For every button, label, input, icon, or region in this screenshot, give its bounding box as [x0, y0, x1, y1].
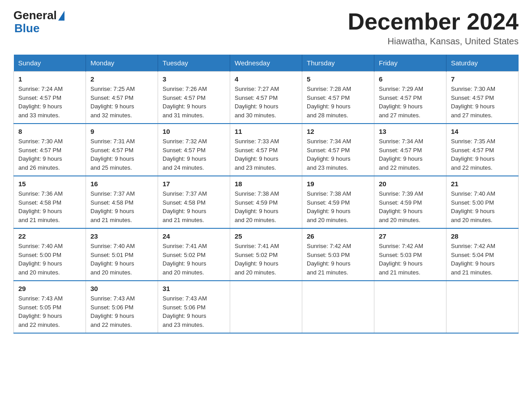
day-info: Sunrise: 7:40 AM Sunset: 5:00 PM Dayligh… [451, 189, 514, 224]
day-number: 8 [18, 128, 81, 135]
calendar-body: 1 Sunrise: 7:24 AM Sunset: 4:57 PM Dayli… [14, 72, 519, 334]
header-thursday: Thursday [302, 55, 374, 72]
day-info: Sunrise: 7:35 AM Sunset: 4:57 PM Dayligh… [451, 137, 514, 172]
header-wednesday: Wednesday [230, 55, 302, 72]
day-number: 13 [379, 128, 442, 135]
day-info: Sunrise: 7:24 AM Sunset: 4:57 PM Dayligh… [18, 85, 81, 120]
day-info: Sunrise: 7:37 AM Sunset: 4:58 PM Dayligh… [163, 189, 225, 224]
calendar-cell: 24 Sunrise: 7:41 AM Sunset: 5:02 PM Dayl… [158, 228, 230, 281]
day-number: 7 [451, 75, 514, 83]
calendar-week-row: 15 Sunrise: 7:36 AM Sunset: 4:58 PM Dayl… [14, 176, 519, 228]
day-number: 27 [379, 232, 442, 240]
calendar-cell: 6 Sunrise: 7:29 AM Sunset: 4:57 PM Dayli… [374, 72, 446, 124]
header-friday: Friday [374, 55, 446, 72]
calendar-cell: 13 Sunrise: 7:34 AM Sunset: 4:57 PM Dayl… [374, 124, 446, 176]
calendar-cell: 17 Sunrise: 7:37 AM Sunset: 4:58 PM Dayl… [158, 176, 230, 228]
calendar-cell: 22 Sunrise: 7:40 AM Sunset: 5:00 PM Dayl… [14, 228, 86, 281]
calendar-cell: 2 Sunrise: 7:25 AM Sunset: 4:57 PM Dayli… [86, 72, 158, 124]
day-info: Sunrise: 7:25 AM Sunset: 4:57 PM Dayligh… [90, 85, 153, 120]
day-number: 4 [235, 75, 297, 83]
calendar-week-row: 29 Sunrise: 7:43 AM Sunset: 5:05 PM Dayl… [14, 281, 519, 333]
day-info: Sunrise: 7:41 AM Sunset: 5:02 PM Dayligh… [163, 242, 225, 277]
day-info: Sunrise: 7:38 AM Sunset: 4:59 PM Dayligh… [235, 189, 297, 224]
day-number: 25 [235, 232, 297, 240]
calendar-week-row: 1 Sunrise: 7:24 AM Sunset: 4:57 PM Dayli… [14, 72, 519, 124]
day-info: Sunrise: 7:43 AM Sunset: 5:06 PM Dayligh… [163, 294, 225, 329]
day-number: 29 [18, 285, 81, 292]
day-info: Sunrise: 7:31 AM Sunset: 4:57 PM Dayligh… [90, 137, 153, 172]
day-info: Sunrise: 7:40 AM Sunset: 5:00 PM Dayligh… [18, 242, 81, 277]
calendar-cell: 11 Sunrise: 7:33 AM Sunset: 4:57 PM Dayl… [230, 124, 302, 176]
calendar-cell: 3 Sunrise: 7:26 AM Sunset: 4:57 PM Dayli… [158, 72, 230, 124]
calendar-cell: 30 Sunrise: 7:43 AM Sunset: 5:06 PM Dayl… [86, 281, 158, 333]
day-number: 22 [18, 232, 81, 240]
day-number: 6 [379, 75, 442, 83]
day-info: Sunrise: 7:41 AM Sunset: 5:02 PM Dayligh… [235, 242, 297, 277]
calendar-cell: 15 Sunrise: 7:36 AM Sunset: 4:58 PM Dayl… [14, 176, 86, 228]
calendar-cell: 19 Sunrise: 7:38 AM Sunset: 4:59 PM Dayl… [302, 176, 374, 228]
page-title: December 2024 [348, 9, 519, 34]
day-info: Sunrise: 7:26 AM Sunset: 4:57 PM Dayligh… [163, 85, 225, 120]
day-info: Sunrise: 7:36 AM Sunset: 4:58 PM Dayligh… [18, 189, 81, 224]
day-info: Sunrise: 7:30 AM Sunset: 4:57 PM Dayligh… [451, 85, 514, 120]
calendar-week-row: 22 Sunrise: 7:40 AM Sunset: 5:00 PM Dayl… [14, 228, 519, 281]
header-sunday: Sunday [14, 55, 86, 72]
day-info: Sunrise: 7:37 AM Sunset: 4:58 PM Dayligh… [90, 189, 153, 224]
calendar-cell: 26 Sunrise: 7:42 AM Sunset: 5:03 PM Dayl… [302, 228, 374, 281]
day-number: 9 [90, 128, 153, 135]
calendar-cell: 25 Sunrise: 7:41 AM Sunset: 5:02 PM Dayl… [230, 228, 302, 281]
calendar-cell: 27 Sunrise: 7:42 AM Sunset: 5:03 PM Dayl… [374, 228, 446, 281]
calendar-cell: 8 Sunrise: 7:30 AM Sunset: 4:57 PM Dayli… [14, 124, 86, 176]
day-number: 15 [18, 180, 81, 188]
day-info: Sunrise: 7:34 AM Sunset: 4:57 PM Dayligh… [307, 137, 369, 172]
calendar-cell: 23 Sunrise: 7:40 AM Sunset: 5:01 PM Dayl… [86, 228, 158, 281]
logo: General Blue [13, 9, 64, 34]
calendar-cell [230, 281, 302, 333]
calendar-cell: 9 Sunrise: 7:31 AM Sunset: 4:57 PM Dayli… [86, 124, 158, 176]
calendar-cell: 5 Sunrise: 7:28 AM Sunset: 4:57 PM Dayli… [302, 72, 374, 124]
day-info: Sunrise: 7:38 AM Sunset: 4:59 PM Dayligh… [307, 189, 369, 224]
day-number: 3 [163, 75, 225, 83]
calendar-cell: 7 Sunrise: 7:30 AM Sunset: 4:57 PM Dayli… [446, 72, 519, 124]
day-number: 19 [307, 180, 369, 188]
header-saturday: Saturday [446, 55, 519, 72]
day-number: 23 [90, 232, 153, 240]
calendar-cell: 12 Sunrise: 7:34 AM Sunset: 4:57 PM Dayl… [302, 124, 374, 176]
day-number: 1 [18, 75, 81, 83]
day-info: Sunrise: 7:39 AM Sunset: 4:59 PM Dayligh… [379, 189, 442, 224]
calendar-week-row: 8 Sunrise: 7:30 AM Sunset: 4:57 PM Dayli… [14, 124, 519, 176]
day-number: 26 [307, 232, 369, 240]
calendar-cell: 20 Sunrise: 7:39 AM Sunset: 4:59 PM Dayl… [374, 176, 446, 228]
day-info: Sunrise: 7:40 AM Sunset: 5:01 PM Dayligh… [90, 242, 153, 277]
page-header: General Blue December 2024 Hiawatha, Kan… [13, 9, 519, 47]
day-info: Sunrise: 7:33 AM Sunset: 4:57 PM Dayligh… [235, 137, 297, 172]
day-number: 2 [90, 75, 153, 83]
day-info: Sunrise: 7:42 AM Sunset: 5:04 PM Dayligh… [451, 242, 514, 277]
day-info: Sunrise: 7:30 AM Sunset: 4:57 PM Dayligh… [18, 137, 81, 172]
day-info: Sunrise: 7:27 AM Sunset: 4:57 PM Dayligh… [235, 85, 297, 120]
day-number: 21 [451, 180, 514, 188]
calendar-cell: 18 Sunrise: 7:38 AM Sunset: 4:59 PM Dayl… [230, 176, 302, 228]
calendar-header: Sunday Monday Tuesday Wednesday Thursday… [14, 55, 519, 72]
day-number: 5 [307, 75, 369, 83]
calendar-cell: 4 Sunrise: 7:27 AM Sunset: 4:57 PM Dayli… [230, 72, 302, 124]
day-info: Sunrise: 7:42 AM Sunset: 5:03 PM Dayligh… [379, 242, 442, 277]
day-info: Sunrise: 7:32 AM Sunset: 4:57 PM Dayligh… [163, 137, 225, 172]
calendar-cell: 10 Sunrise: 7:32 AM Sunset: 4:57 PM Dayl… [158, 124, 230, 176]
day-info: Sunrise: 7:43 AM Sunset: 5:06 PM Dayligh… [90, 294, 153, 329]
day-number: 20 [379, 180, 442, 188]
day-info: Sunrise: 7:34 AM Sunset: 4:57 PM Dayligh… [379, 137, 442, 172]
calendar-cell: 21 Sunrise: 7:40 AM Sunset: 5:00 PM Dayl… [446, 176, 519, 228]
calendar-cell: 29 Sunrise: 7:43 AM Sunset: 5:05 PM Dayl… [14, 281, 86, 333]
calendar-cell [446, 281, 519, 333]
day-number: 18 [235, 180, 297, 188]
day-info: Sunrise: 7:43 AM Sunset: 5:05 PM Dayligh… [18, 294, 81, 329]
day-number: 11 [235, 128, 297, 135]
day-number: 30 [90, 285, 153, 292]
day-number: 12 [307, 128, 369, 135]
day-number: 17 [163, 180, 225, 188]
day-info: Sunrise: 7:42 AM Sunset: 5:03 PM Dayligh… [307, 242, 369, 277]
title-section: December 2024 Hiawatha, Kansas, United S… [348, 9, 519, 47]
day-number: 16 [90, 180, 153, 188]
day-info: Sunrise: 7:29 AM Sunset: 4:57 PM Dayligh… [379, 85, 442, 120]
